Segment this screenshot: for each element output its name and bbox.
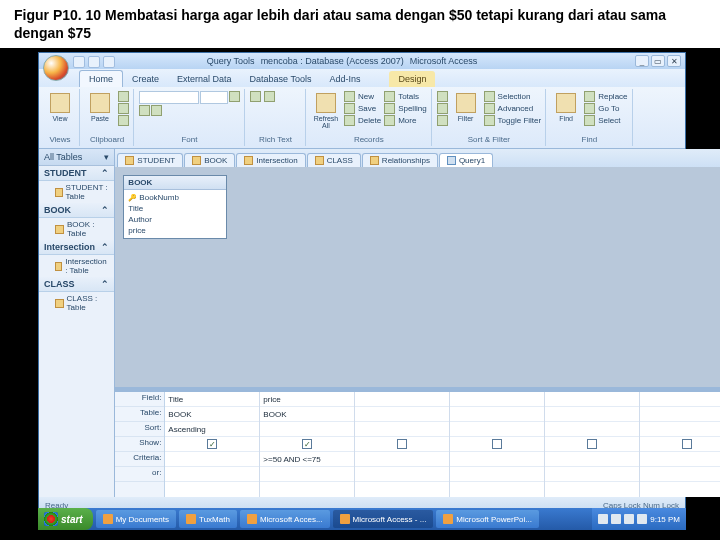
richtext-btn2[interactable]	[264, 91, 275, 102]
office-button[interactable]	[43, 55, 69, 81]
tab-home[interactable]: Home	[79, 70, 123, 87]
taskbar-item[interactable]: TuxMath	[179, 510, 237, 528]
tab-create[interactable]: Create	[123, 71, 168, 87]
cut-button[interactable]	[118, 91, 129, 102]
grid-cell[interactable]: ✓	[260, 437, 354, 452]
tab-addins[interactable]: Add-Ins	[320, 71, 369, 87]
toggle-filter-button[interactable]: Toggle Filter	[484, 115, 542, 126]
minimize-button[interactable]: _	[635, 55, 649, 67]
nav-group-header[interactable]: BOOK⌃	[39, 203, 114, 218]
object-tab[interactable]: Relationships	[362, 153, 438, 167]
delete-button[interactable]: Delete	[344, 115, 381, 126]
qat-undo-icon[interactable]	[88, 56, 100, 68]
grid-cell[interactable]	[450, 467, 544, 482]
select-button[interactable]: Select	[584, 115, 627, 126]
show-checkbox[interactable]	[587, 439, 597, 449]
grid-cell[interactable]	[640, 437, 720, 452]
grid-cell[interactable]	[260, 422, 354, 437]
nav-item[interactable]: CLASS : Table	[39, 292, 114, 314]
nav-item[interactable]: BOOK : Table	[39, 218, 114, 240]
replace-button[interactable]: Replace	[584, 91, 627, 102]
show-checkbox[interactable]: ✓	[207, 439, 217, 449]
copy-button[interactable]	[118, 103, 129, 114]
nav-group-header[interactable]: Intersection⌃	[39, 240, 114, 255]
nav-group-header[interactable]: CLASS⌃	[39, 277, 114, 292]
goto-button[interactable]: Go To	[584, 103, 627, 114]
field-item[interactable]: price	[128, 225, 222, 236]
grid-cell[interactable]	[355, 392, 449, 407]
grid-cell[interactable]: ✓	[165, 437, 259, 452]
bold-button[interactable]	[229, 91, 240, 102]
show-checkbox[interactable]	[492, 439, 502, 449]
query-upper-pane[interactable]: BOOK 🔑BookNumbTitleAuthorprice	[115, 167, 720, 387]
save-button[interactable]: Save	[344, 103, 381, 114]
object-tab[interactable]: BOOK	[184, 153, 235, 167]
grid-cell[interactable]	[260, 467, 354, 482]
grid-cell[interactable]: Ascending	[165, 422, 259, 437]
paste-button[interactable]: Paste	[85, 91, 115, 135]
tray-icon[interactable]	[611, 514, 621, 524]
field-item[interactable]: Title	[128, 203, 222, 214]
grid-cell[interactable]: BOOK	[165, 407, 259, 422]
selection-button[interactable]: Selection	[484, 91, 542, 102]
font-box[interactable]	[139, 91, 199, 104]
qat-save-icon[interactable]	[73, 56, 85, 68]
grid-cell[interactable]	[450, 452, 544, 467]
table-box-book[interactable]: BOOK 🔑BookNumbTitleAuthorprice	[123, 175, 227, 239]
nav-item[interactable]: Intersection : Table	[39, 255, 114, 277]
object-tab[interactable]: Intersection	[236, 153, 305, 167]
grid-cell[interactable]: Title	[165, 392, 259, 407]
grid-cell[interactable]	[450, 422, 544, 437]
grid-cell[interactable]: BOOK	[260, 407, 354, 422]
field-item[interactable]: 🔑BookNumb	[128, 192, 222, 203]
show-checkbox[interactable]	[397, 439, 407, 449]
tray-icon[interactable]	[637, 514, 647, 524]
grid-cell[interactable]	[545, 407, 639, 422]
taskbar-item[interactable]: My Documents	[96, 510, 176, 528]
grid-cell[interactable]	[165, 452, 259, 467]
field-item[interactable]: Author	[128, 214, 222, 225]
filter-button[interactable]: Filter	[451, 91, 481, 135]
italic-button[interactable]	[139, 105, 150, 116]
grid-cell[interactable]	[355, 467, 449, 482]
tab-external-data[interactable]: External Data	[168, 71, 241, 87]
grid-cell[interactable]	[545, 392, 639, 407]
show-checkbox[interactable]: ✓	[302, 439, 312, 449]
new-button[interactable]: New	[344, 91, 381, 102]
nav-group-header[interactable]: STUDENT⌃	[39, 166, 114, 181]
close-button[interactable]: ✕	[667, 55, 681, 67]
grid-cell[interactable]	[355, 452, 449, 467]
grid-cell[interactable]	[640, 392, 720, 407]
maximize-button[interactable]: ▭	[651, 55, 665, 67]
find-button[interactable]: Find	[551, 91, 581, 135]
grid-cell[interactable]	[545, 437, 639, 452]
grid-cell[interactable]	[545, 422, 639, 437]
object-tab[interactable]: STUDENT	[117, 153, 183, 167]
taskbar-item[interactable]: Microsoft Acces...	[240, 510, 330, 528]
totals-button[interactable]: Totals	[384, 91, 426, 102]
grid-cell[interactable]	[640, 467, 720, 482]
qat-redo-icon[interactable]	[103, 56, 115, 68]
grid-cell[interactable]	[545, 452, 639, 467]
refresh-button[interactable]: Refresh All	[311, 91, 341, 135]
object-tab[interactable]: Query1	[439, 153, 493, 167]
richtext-btn1[interactable]	[250, 91, 261, 102]
clear-sort-button[interactable]	[437, 115, 448, 126]
nav-item[interactable]: STUDENT : Table	[39, 181, 114, 203]
tray-icon[interactable]	[624, 514, 634, 524]
more-button[interactable]: More	[384, 115, 426, 126]
asc-button[interactable]	[437, 91, 448, 102]
show-checkbox[interactable]	[682, 439, 692, 449]
grid-cell[interactable]	[545, 467, 639, 482]
advanced-button[interactable]: Advanced	[484, 103, 542, 114]
start-button[interactable]: start	[38, 508, 93, 530]
font-size[interactable]	[200, 91, 228, 104]
taskbar-item[interactable]: Microsoft Access - ...	[333, 510, 434, 528]
view-button[interactable]: View	[45, 91, 75, 135]
grid-cell[interactable]	[640, 407, 720, 422]
desc-button[interactable]	[437, 103, 448, 114]
grid-cell[interactable]	[355, 437, 449, 452]
grid-cell[interactable]	[355, 407, 449, 422]
grid-cell[interactable]	[165, 467, 259, 482]
object-tab[interactable]: CLASS	[307, 153, 361, 167]
